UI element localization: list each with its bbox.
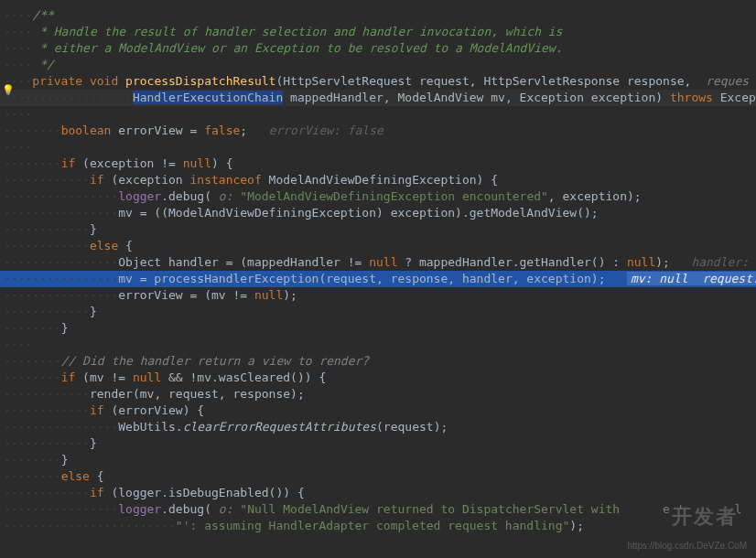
keyword-null: null [133,370,161,384]
keyword-if: if [90,403,104,417]
keyword-null: null [627,255,655,269]
string-literal [620,502,663,516]
args: (request); [376,420,448,434]
keyword-null: null [254,288,283,302]
code-line[interactable]: ················logger.debug( o: "ModelA… [0,188,756,205]
keyword-else: else [61,469,90,483]
brace: } [90,305,97,318]
code-line[interactable]: ····/** [0,7,756,24]
inline-hint: handler: [691,255,749,269]
code-line[interactable]: ················errorView = (mv != null)… [0,287,756,304]
type-check: ModelAndViewDefiningException) { [262,173,498,187]
code-line[interactable]: ········boolean errorView = false; error… [0,123,756,139]
code-line[interactable]: ············render(mv, request, response… [0,386,756,402]
inline-hint: errorView: false [269,123,383,137]
keyword-if: if [61,156,76,170]
end: ); [283,288,297,302]
code-line[interactable]: ···· */ [0,57,756,73]
args: , request, response); [154,387,304,401]
static-method: clearErrorRequestAttributes [183,420,376,434]
keyword-else: else [90,239,118,252]
code-line[interactable]: ················Object handler = (mapped… [0,254,756,271]
code-line[interactable]: ····private void processDispatchResult(H… [0,73,756,90]
code-line[interactable]: ························"': assuming Han… [0,518,756,534]
keyword-if: if [90,486,104,499]
end: ); [569,519,584,532]
code-line[interactable]: ········} [0,452,756,468]
brace: } [90,436,97,450]
keyword-instanceof: instanceof [190,173,262,187]
code-line[interactable]: ········if (mv != null && !mv.wasCleared… [0,370,756,386]
code-line[interactable]: ············} [0,221,756,238]
brace: } [61,321,69,335]
code-line[interactable]: ········else { [0,468,756,485]
code-line[interactable]: ················WebUtils.clearErrorReque… [0,419,756,435]
class-ref: WebUtils [118,420,176,434]
brace: ) { [211,156,232,170]
blank-line[interactable]: ···· [0,337,756,353]
keyword-if: if [61,370,76,384]
keyword-null: null [183,156,211,170]
var-decl: errorView = [111,123,204,137]
exception-type: Exception [713,91,756,104]
end: ); [655,255,670,269]
assignment: mv = ((ModelAndViewDefiningException) ex… [118,206,598,220]
code-line[interactable]: ················mv = ((ModelAndViewDefin… [0,205,756,221]
condition: (exception != [75,156,182,170]
code-line[interactable]: ········if (exception != null) { [0,156,756,172]
args: , response, handler, exception); [376,272,605,285]
code-line[interactable]: ········// Did the handler return a view… [0,353,756,370]
brace: } [61,453,69,467]
condition: (mv != [75,370,133,384]
brace: { [118,239,133,252]
code-line[interactable]: ········} [0,320,756,337]
code-line[interactable]: ············if (errorView) { [0,402,756,419]
method-call: .debug( [161,502,211,516]
code-line[interactable]: ············} [0,304,756,320]
blank-line[interactable]: ···· [0,139,756,156]
keyword-false: false [204,123,240,137]
string-literal: "ModelAndViewDefiningException encounter… [240,189,548,203]
truncated-param: reques [706,74,749,88]
keyword-null: null [369,255,397,269]
watermark-small: https://blog.csdn.DeVZe.CoM [627,541,747,551]
code-line[interactable]: ············if (exception instanceof Mod… [0,172,756,188]
watermark-big: 开发者 [672,503,738,531]
selected-text: HandlerExecutionChain [133,91,283,104]
code-editor[interactable]: ····/** ···· * Handle the result of hand… [0,0,756,542]
code-line[interactable]: ···· * Handle the result of handler sele… [0,24,756,40]
keyword: private [32,74,82,88]
code-line[interactable]: ············if (logger.isDebugEnabled())… [0,485,756,501]
line-comment: // Did the handler return a view to rend… [61,354,370,368]
method-name: processDispatchResult [125,74,275,88]
string-literal: "': assuming HandlerAdapter completed re… [176,519,569,532]
blank-line[interactable]: ···· [0,106,756,123]
field-logger: logger [118,189,161,203]
execution-hint: mv: null request: [627,272,756,285]
condition: (exception [104,173,190,187]
field-logger: logger [118,502,161,516]
code-line[interactable]: ···· * either a ModelAndView or an Excep… [0,40,756,57]
param-hint: o: [211,189,240,203]
execution-line[interactable]: ················mv = processHandlerExcep… [0,271,756,287]
string-literal: "Null ModelAndView returned to Dispatche… [240,502,620,516]
keyword: throws [670,91,713,104]
brace: } [90,222,97,236]
code-line[interactable]: ··················HandlerExecutionChain … [0,90,756,106]
params: (HttpServletRequest request [275,74,469,88]
doc-comment: /** [32,8,53,22]
method-call: render(mv [90,387,154,401]
params: HttpServletResponse response [477,74,685,88]
lightbulb-icon[interactable]: 💡 [2,84,15,96]
doc-comment: * either a ModelAndView or an Exception … [32,41,562,55]
param-hint: o: [211,502,240,516]
code-line[interactable]: ················logger.debug( o: "Null M… [0,501,756,518]
assignment: errorView = (mv != [118,288,254,302]
code-line[interactable]: ············else { [0,238,756,254]
code-line[interactable]: ············} [0,435,756,452]
params: mappedHandler [283,91,383,104]
doc-comment: * Handle the result of handler selection… [32,25,562,38]
ternary: ? mappedHandler.getHandler() : [397,255,626,269]
condition: (logger.isDebugEnabled()) { [104,486,305,499]
keyword-if: if [90,173,104,187]
